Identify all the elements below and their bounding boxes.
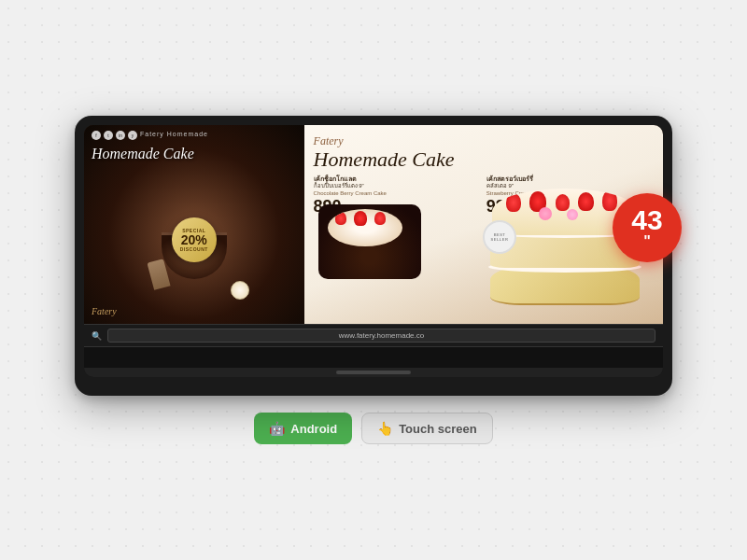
strawberry-4 [578,192,594,211]
android-icon: 🤖 [269,421,285,436]
android-label: Android [290,422,337,436]
android-badge[interactable]: 🤖 Android [254,413,352,444]
brand-logo-right: Fatery [314,134,455,148]
bf-strawberry-2 [354,211,367,226]
left-panel: f t in y Fatery Homemade Homemade Cake [84,125,304,324]
best-seller-text: BESTSELLER [491,232,509,242]
screen: f t in y Fatery Homemade Homemade Cake [84,125,663,368]
url-display: www.fatery.homemade.co [107,329,655,343]
social-icons: f t in y Fatery Homemade [92,131,297,140]
twitter-icon: t [104,131,113,140]
flower-2 [567,209,578,220]
bakery-visual-area: SPECIAL 20% DISCOUNT [84,162,304,324]
instagram-icon: in [116,131,125,140]
discount-badge: SPECIAL 20% DISCOUNT [172,217,217,262]
right-panel-title: Homemade Cake [314,148,455,171]
left-footer-logo: Fatery [92,306,117,316]
facebook-icon: f [92,131,101,140]
screen-stand-indicator [336,371,411,374]
right-panel: Fatery Homemade Cake เค้กช็อกโกแลต ก็อบป… [304,125,663,324]
size-number: 43 [631,206,662,234]
right-header-text: Fatery Homemade Cake [314,131,455,171]
monitor-bezel: f t in y Fatery Homemade Homemade Cake [84,125,663,377]
egg-visual [231,281,249,300]
youtube-icon: y [128,131,137,140]
search-icon: 🔍 [92,331,102,341]
monitor-shell: 43" f t in y Fatery Homemad [75,116,672,396]
left-panel-title: Homemade Cake [84,145,304,162]
strawberry-5 [602,190,617,211]
ticker-text: Fatery Homemade ★ Promotion Sales 20% Li… [84,357,663,363]
brand-name-left: Fatery Homemade [140,131,208,140]
strawberry-3 [556,194,570,211]
url-bar: 🔍 www.fatery.homemade.co [84,324,663,346]
discount-text: DISCOUNT [180,246,208,252]
black-forest-cake [318,204,421,279]
screen-inner: f t in y Fatery Homemade Homemade Cake [84,125,663,324]
bf-strawberry-1 [335,212,346,225]
page-wrapper: 43" f t in y Fatery Homemad [0,0,747,560]
size-unit: " [643,234,651,249]
black-forest-area [314,176,435,279]
screen-bottom-bar [84,368,663,377]
strawberry-1 [506,193,521,212]
touch-label: Touch screen [399,422,477,436]
bf-strawberry-3 [374,212,386,225]
touch-icon: 👆 [377,421,393,436]
discount-percent: 20% [181,233,207,246]
flower-1 [539,207,552,220]
cream-top [328,209,402,246]
badges-row: 🤖 Android 👆 Touch screen [254,413,492,444]
ticker-bar: Fatery Homemade ★ Promotion Sales 20% Li… [84,346,663,368]
left-header: f t in y Fatery Homemade [84,125,304,145]
size-badge: 43" [613,193,682,262]
best-seller-badge: BESTSELLER [483,220,516,254]
touch-screen-badge[interactable]: 👆 Touch screen [361,413,493,444]
